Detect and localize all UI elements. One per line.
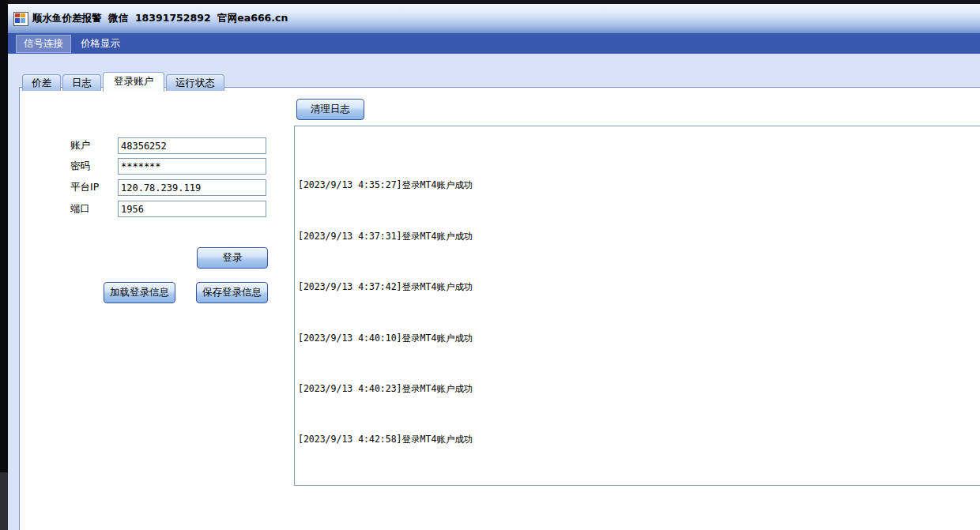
clear-log-button[interactable]: 清理日志	[296, 99, 364, 120]
save-login-info-button[interactable]: 保存登录信息	[196, 282, 268, 303]
title-bar[interactable]: 顺水鱼价差报警 微信 18391752892 官网ea666.cn	[8, 4, 980, 33]
log-line: [2023/9/13 4:37:42]登录MT4账户成功	[298, 280, 980, 293]
desktop-background-left	[0, 0, 8, 530]
tab-log[interactable]: 日志	[62, 74, 101, 91]
log-line: [2023/9/13 4:35:27]登录MT4账户成功	[298, 179, 980, 191]
tab-login-account[interactable]: 登录账户	[103, 72, 164, 92]
log-line: [2023/9/13 4:40:10]登录MT4账户成功	[298, 332, 980, 344]
load-login-info-button[interactable]: 加载登录信息	[104, 282, 175, 303]
password-label: 密码	[70, 160, 118, 173]
account-input[interactable]	[118, 137, 266, 154]
menu-item-price-display[interactable]: 价格显示	[73, 35, 128, 53]
account-label: 账户	[70, 139, 118, 152]
port-label: 端口	[70, 202, 118, 216]
log-line: [2023/9/13 4:40:23]登录MT4账户成功	[298, 382, 980, 395]
log-textbox[interactable]: [2023/9/13 4:35:27]登录MT4账户成功 [2023/9/13 …	[294, 126, 980, 486]
platform-ip-input[interactable]	[118, 179, 266, 196]
tab-strip: 价差 日志 登录账户 运行状态	[22, 71, 226, 91]
platform-ip-field-row: 平台IP	[70, 179, 266, 196]
port-field-row: 端口	[70, 201, 266, 217]
tab-price-diff[interactable]: 价差	[22, 74, 61, 91]
tab-page-login-account: 账户 密码 平台IP 端口 登录 加载登录信息 保存登录信息 清理日志 [202…	[19, 87, 980, 530]
log-line: [2023/9/13 4:42:58]登录MT4账户成功	[298, 433, 980, 445]
desktop-background-left-lower	[0, 472, 8, 530]
login-button[interactable]: 登录	[197, 247, 268, 269]
log-line: [2023/9/13 4:37:31]登录MT4账户成功	[298, 230, 980, 242]
app-window: 顺水鱼价差报警 微信 18391752892 官网ea666.cn 信号连接 价…	[8, 4, 980, 530]
app-icon	[14, 13, 28, 25]
password-input[interactable]	[118, 158, 266, 175]
platform-ip-label: 平台IP	[70, 181, 118, 194]
menu-bar: 信号连接 价格显示	[8, 33, 980, 54]
menu-item-signal-connect[interactable]: 信号连接	[16, 35, 71, 53]
port-input[interactable]	[118, 201, 266, 217]
account-field-row: 账户	[70, 137, 266, 154]
tab-run-status[interactable]: 运行状态	[166, 74, 224, 91]
password-field-row: 密码	[70, 158, 266, 175]
log-line: [2023/9/13 4:46:01]登录MT4账户成功	[298, 484, 980, 486]
window-title: 顺水鱼价差报警 微信 18391752892 官网ea666.cn	[32, 12, 288, 25]
